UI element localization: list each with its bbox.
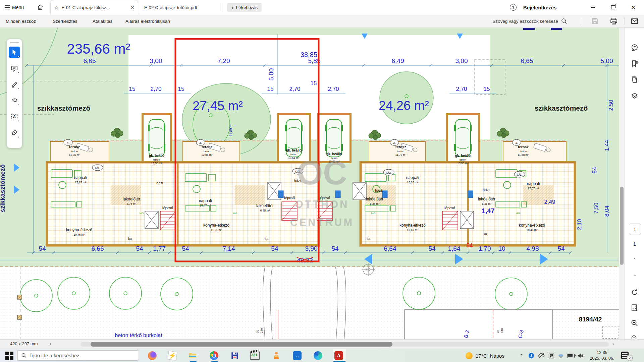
toolbar-divider-2 (625, 17, 625, 25)
prev-page-button[interactable]: ⌃ (625, 257, 644, 262)
clock-widget[interactable]: 12:35 2025. 03. 06. (588, 350, 616, 361)
menu-button[interactable]: Menü (5, 0, 24, 15)
save-icon[interactable] (591, 17, 599, 25)
sign-tool[interactable] (9, 127, 20, 138)
taskbar-search[interactable]: Írjon ide a kereséshez (17, 350, 138, 361)
pages-panel-button[interactable] (631, 76, 639, 84)
acrobat-icon[interactable]: A (334, 351, 343, 360)
minimize-button[interactable] (585, 0, 601, 15)
bookmarks-panel-button[interactable] (631, 60, 639, 68)
svg-text:2,70: 2,70 (150, 86, 161, 92)
highlight-tool[interactable] (9, 79, 20, 90)
onedrive-offline-icon[interactable] (537, 351, 546, 360)
help-icon: ? (510, 4, 517, 11)
windows-taskbar: Írjon ide a kereséshez ⚡ 321 (0, 349, 644, 362)
tray-expand-chevron[interactable]: ⌃ (517, 351, 526, 360)
svg-text:7,20: 7,20 (218, 57, 230, 64)
svg-text:18,47 m²: 18,47 m² (200, 204, 211, 207)
parcel-number: 8194/42 (579, 316, 602, 323)
create-button[interactable]: + Létrehozás (227, 3, 262, 12)
svg-text:10,46 m²: 10,46 m² (73, 233, 85, 236)
svg-text:13,50 m²: 13,50 m² (457, 162, 469, 165)
file-explorer-icon[interactable] (188, 351, 197, 360)
svg-text:konyha-étkező: konyha-étkező (519, 223, 545, 228)
select-tool[interactable] (9, 47, 20, 58)
bluetooth-icon[interactable] (527, 351, 536, 360)
chrome-icon[interactable] (209, 351, 219, 360)
page-number-value: 1 (634, 227, 636, 232)
page-number-input[interactable]: 1 (629, 224, 641, 235)
home-button[interactable] (37, 0, 44, 15)
close-button[interactable]: ✕ (626, 0, 641, 15)
svg-text:8,04: 8,04 (604, 205, 610, 217)
mpc-icon[interactable]: 321 (250, 351, 260, 360)
battery-icon[interactable] (566, 351, 576, 360)
tab-close-icon[interactable]: ✕ (130, 5, 135, 11)
winamp-icon[interactable]: ⚡ (168, 351, 177, 360)
text-select-tool[interactable]: A (9, 111, 20, 122)
svg-text:16,63 m²: 16,63 m² (407, 181, 418, 184)
help-button[interactable]: ? (509, 0, 517, 15)
svg-text:beton: beton (460, 158, 466, 161)
svg-text:6,66: 6,66 (92, 245, 104, 252)
save-app-icon[interactable] (230, 351, 239, 360)
zoom-in-button[interactable] (631, 319, 639, 327)
unit2-area-label: 24,26 m² (379, 99, 429, 113)
draw-tool[interactable] (9, 95, 20, 106)
scanner-icon[interactable] (556, 351, 566, 360)
svg-text:konyha-étkező: konyha-étkező (66, 228, 92, 232)
rotate-page-button[interactable] (631, 288, 639, 296)
menu-esign[interactable]: Aláírás elektronikusan (125, 15, 170, 27)
horizontal-scroll-thumb[interactable] (91, 342, 392, 347)
vertical-scrollbar[interactable] (619, 27, 625, 339)
print-icon[interactable] (610, 17, 618, 25)
tab-e01[interactable]: ☆ E-01 C-alaprajz földsz... ✕ (50, 0, 138, 15)
svg-text:beton: beton (290, 153, 297, 156)
svg-text:70: 70 (496, 330, 500, 333)
restore-button[interactable] (605, 0, 621, 15)
sign-in-button[interactable]: Bejelentkezés (523, 0, 556, 15)
comments-panel-button[interactable] (631, 44, 639, 52)
layers-panel-button[interactable] (631, 92, 639, 100)
search-tools[interactable]: Szöveg vagy eszközök keresése (492, 15, 568, 27)
scroll-right-arrow[interactable]: › (612, 341, 614, 346)
status-bar: 420 x 297 mm ‹ › (0, 339, 644, 349)
svg-text:1,44: 1,44 (604, 140, 610, 151)
svg-text:nappali: nappali (199, 198, 212, 203)
svg-text:2,49: 2,49 (544, 199, 555, 205)
svg-text:54: 54 (182, 245, 189, 252)
pen-icon (11, 81, 18, 88)
next-page-button[interactable]: ⌄ (625, 272, 644, 277)
tab-e02[interactable]: E-02 C-alaprajz tetőtér.pdf (141, 0, 208, 15)
svg-text:MG: MG (140, 212, 144, 215)
notification-center-button[interactable]: 2 (621, 351, 631, 360)
fit-page-button[interactable] (631, 304, 639, 312)
firefox-icon[interactable] (148, 351, 157, 360)
menu-edit[interactable]: Szerkesztés (53, 15, 77, 27)
palette-drag-handle[interactable] (10, 42, 19, 43)
settings-sliders-icon[interactable] (547, 351, 556, 360)
svg-text:5,36 m²: 5,36 m² (370, 202, 380, 205)
document-canvas[interactable]: 235,66 m² 27,45 m² 24,26 m² 38,85 6,65 3… (0, 27, 619, 339)
edge-icon[interactable] (313, 351, 323, 360)
vertical-scroll-thumb[interactable] (620, 187, 624, 265)
menu-convert[interactable]: Átalakítás (93, 15, 112, 27)
horizontal-scrollbar[interactable] (80, 342, 609, 347)
email-icon[interactable] (631, 17, 639, 25)
volume-icon[interactable] (576, 351, 585, 360)
vlc-icon[interactable] (272, 351, 281, 360)
teamviewer-icon[interactable]: ↔ (292, 351, 302, 360)
menu-all-tools[interactable]: Minden eszköz (6, 15, 36, 27)
floor-plan: 235,66 m² 27,45 m² 24,26 m² 38,85 6,65 3… (0, 27, 619, 339)
svg-text:gk. beálló: gk. beálló (455, 154, 471, 158)
star-icon[interactable]: ☆ (54, 4, 59, 11)
start-button[interactable] (5, 352, 13, 360)
car-unit4 (148, 119, 165, 157)
weather-widget[interactable]: 17°C Napos (466, 349, 504, 362)
svg-text:gk. beálló: gk. beálló (149, 154, 164, 158)
comment-tool[interactable] (9, 63, 20, 74)
tab-e01-label: E-01 C-alaprajz földsz... (61, 5, 110, 10)
svg-text:54: 54 (557, 245, 565, 252)
scroll-left-arrow[interactable]: ‹ (50, 341, 51, 346)
taskbar-search-icon (21, 353, 27, 358)
